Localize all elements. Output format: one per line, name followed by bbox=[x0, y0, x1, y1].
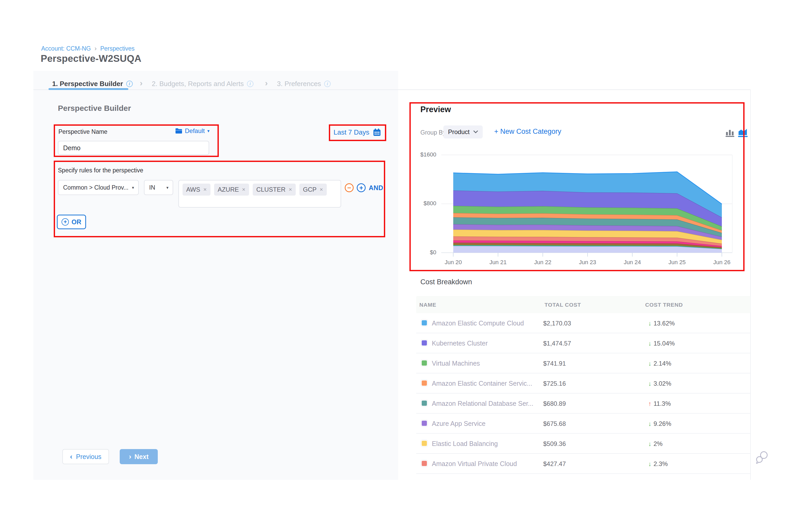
chevron-right-icon: › bbox=[265, 78, 268, 88]
row-name: Amazon Virtual Private Cloud bbox=[432, 460, 517, 468]
rule-value-chip[interactable]: AZURE× bbox=[214, 184, 249, 195]
rule-value-chip[interactable]: AWS× bbox=[183, 184, 210, 195]
trend-value: 2% bbox=[653, 440, 663, 448]
tab-budgets-reports-alerts[interactable]: 2. Budgets, Reports and Alerts i bbox=[152, 80, 253, 88]
rule-operator-dropdown[interactable]: IN ▾ bbox=[144, 180, 173, 195]
table-row: Amazon Relational Database Ser...$680.89… bbox=[416, 394, 750, 414]
trend-down-icon: ↓ bbox=[648, 460, 651, 468]
trend-up-icon: ↑ bbox=[648, 400, 651, 407]
chevron-down-icon bbox=[473, 130, 478, 134]
trend-down-icon: ↓ bbox=[648, 380, 651, 387]
table-row: Amazon Elastic Container Servic...$725.1… bbox=[416, 374, 750, 394]
chip-label: GCP bbox=[303, 186, 317, 193]
breadcrumb-separator-icon: › bbox=[94, 45, 96, 52]
caret-down-icon: ▾ bbox=[166, 185, 169, 190]
trend-value: 2.14% bbox=[653, 360, 671, 367]
perspective-name-input[interactable] bbox=[58, 141, 209, 155]
series-swatch bbox=[421, 440, 428, 447]
caret-down-icon: ▾ bbox=[207, 128, 210, 134]
x-axis-tick-label: Jun 26 bbox=[705, 259, 739, 266]
tab-perspective-builder[interactable]: 1. Perspective Builder i bbox=[52, 80, 133, 88]
new-cost-category-button[interactable]: + New Cost Category bbox=[494, 128, 561, 136]
trend-value: 2.3% bbox=[653, 460, 668, 468]
table-row: Amazon Virtual Private Cloud$427.47↓2.3% bbox=[416, 454, 750, 474]
row-cost-trend: ↓2.3% bbox=[648, 460, 668, 468]
table-row: Elastic Load Balancing$509.36↓2% bbox=[416, 434, 750, 454]
cost-breakdown-table: NAME TOTAL COST COST TREND Amazon Elasti… bbox=[416, 296, 750, 474]
date-range-picker[interactable]: Last 7 Days bbox=[334, 128, 381, 136]
row-name: Amazon Relational Database Ser... bbox=[432, 400, 533, 407]
series-swatch bbox=[421, 360, 428, 366]
chip-close-icon[interactable]: × bbox=[204, 186, 207, 193]
chip-close-icon[interactable]: × bbox=[289, 186, 292, 193]
folder-icon bbox=[175, 128, 182, 134]
plus-circle-icon: + bbox=[61, 218, 69, 226]
y-axis-tick-label: $1600 bbox=[412, 151, 436, 158]
y-axis-tick-label: $0 bbox=[412, 249, 436, 256]
trend-value: 11.3% bbox=[653, 400, 671, 407]
series-swatch bbox=[421, 340, 428, 346]
rule-value-chip[interactable]: GCP× bbox=[299, 184, 327, 195]
active-tab-underline bbox=[49, 88, 128, 90]
cost-breakdown-heading: Cost Breakdown bbox=[420, 278, 472, 286]
table-row: Amazon Elastic Compute Cloud$2,170.03↓13… bbox=[416, 313, 750, 333]
series-swatch bbox=[421, 460, 428, 467]
row-total-cost: $1,474.57 bbox=[543, 340, 571, 347]
info-icon: i bbox=[324, 81, 331, 87]
breadcrumb-perspectives-link[interactable]: Perspectives bbox=[100, 45, 135, 52]
add-rule-button[interactable]: + bbox=[357, 183, 366, 192]
add-or-rule-button[interactable]: + OR bbox=[57, 215, 86, 229]
row-cost-trend: ↓9.26% bbox=[648, 420, 671, 428]
chip-label: CLUSTER bbox=[256, 186, 286, 193]
column-header-total-cost: TOTAL COST bbox=[545, 302, 581, 308]
rule-value-chip[interactable]: CLUSTER× bbox=[253, 184, 296, 195]
info-icon: i bbox=[247, 81, 253, 87]
row-cost-trend: ↓2% bbox=[648, 440, 663, 448]
x-axis-tick-label: Jun 24 bbox=[615, 259, 649, 266]
stacked-area-chart[interactable] bbox=[441, 146, 734, 266]
trend-down-icon: ↓ bbox=[648, 360, 651, 367]
series-swatch bbox=[421, 380, 428, 386]
plus-icon: + bbox=[359, 184, 363, 192]
series-swatch bbox=[421, 420, 428, 426]
rules-label: Specify rules for the perspective bbox=[58, 167, 143, 174]
row-name: Kubernetes Cluster bbox=[432, 340, 488, 347]
bar-chart-toggle[interactable] bbox=[725, 127, 736, 138]
trend-down-icon: ↓ bbox=[648, 420, 651, 428]
chat-bubbles-icon bbox=[755, 451, 770, 464]
page-title: Perspective-W2SUQA bbox=[41, 53, 141, 64]
area-chart-icon bbox=[738, 127, 748, 138]
calendar-icon bbox=[373, 128, 381, 136]
column-header-name: NAME bbox=[419, 302, 436, 308]
rule-values-input[interactable]: AWS×AZURE×CLUSTER×GCP× bbox=[178, 180, 341, 208]
row-name: Amazon Elastic Compute Cloud bbox=[432, 320, 524, 327]
row-total-cost: $2,170.03 bbox=[543, 320, 571, 327]
table-row: Virtual Machines$741.91↓2.14% bbox=[416, 353, 750, 374]
previous-button[interactable]: ‹ Previous bbox=[62, 449, 109, 464]
row-total-cost: $675.68 bbox=[543, 420, 566, 428]
group-by-dropdown[interactable]: Product bbox=[443, 126, 483, 138]
x-axis-tick-label: Jun 21 bbox=[481, 259, 515, 266]
table-header-row: NAME TOTAL COST COST TREND bbox=[416, 296, 750, 313]
row-cost-trend: ↑11.3% bbox=[648, 400, 671, 407]
row-total-cost: $680.89 bbox=[543, 400, 566, 407]
tab-preferences[interactable]: 3. Preferences i bbox=[277, 80, 331, 88]
area-chart-toggle[interactable] bbox=[738, 127, 748, 138]
support-chat-button[interactable] bbox=[755, 451, 770, 465]
caret-down-icon: ▾ bbox=[132, 185, 134, 190]
breadcrumb-account-link[interactable]: Account: CCM-NG bbox=[41, 45, 91, 52]
chevron-left-icon: ‹ bbox=[70, 453, 72, 461]
next-button[interactable]: › Next bbox=[120, 449, 158, 464]
series-swatch bbox=[421, 320, 428, 326]
rule-field-dropdown[interactable]: Common > Cloud Prov... ▾ bbox=[58, 180, 139, 195]
trend-value: 3.02% bbox=[653, 380, 671, 387]
chip-close-icon[interactable]: × bbox=[320, 186, 323, 193]
chip-close-icon[interactable]: × bbox=[242, 186, 245, 193]
column-header-cost-trend: COST TREND bbox=[645, 302, 683, 308]
trend-value: 9.26% bbox=[653, 420, 671, 428]
table-row: Kubernetes Cluster$1,474.57↓15.04% bbox=[416, 333, 750, 353]
remove-rule-button[interactable]: − bbox=[345, 183, 354, 192]
folder-selector[interactable]: Default ▾ bbox=[175, 127, 210, 135]
row-total-cost: $427.47 bbox=[543, 460, 566, 468]
row-total-cost: $741.91 bbox=[543, 360, 566, 367]
